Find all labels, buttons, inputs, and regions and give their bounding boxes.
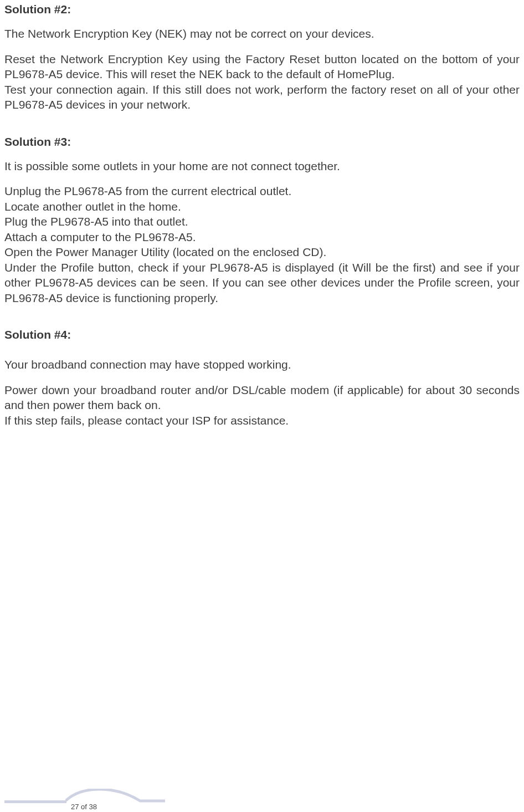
solution-2-p3: Test your connection again. If this stil…	[4, 82, 520, 113]
solution-4-p3: If this step fails, please contact your …	[4, 413, 520, 428]
footer-decor-line	[4, 800, 66, 803]
solution-3-heading: Solution #3:	[4, 113, 520, 150]
page-number: 27 of 38	[71, 803, 97, 811]
solution-3-step-3: Plug the PL9678-A5 into that outlet.	[4, 214, 520, 229]
document-page: Solution #2: The Network Encryption Key …	[0, 0, 524, 812]
solution-2-p2: Reset the Network Encryption Key using t…	[4, 42, 520, 82]
solution-3-intro: It is possible some outlets in your home…	[4, 150, 520, 174]
solution-4-p2: Power down your broadband router and/or …	[4, 372, 520, 413]
solution-3-step-1: Unplug the PL9678-A5 from the current el…	[4, 183, 520, 199]
solution-2-intro: The Network Encryption Key (NEK) may not…	[4, 17, 520, 42]
solution-3-step-5: Open the Power Manager Utility (located …	[4, 244, 520, 260]
solution-4-intro: Your broadband connection may have stopp…	[4, 343, 520, 372]
solution-3-step-4: Attach a computer to the PL9678-A5.	[4, 229, 520, 245]
solution-3-step-2: Locate another outlet in the home.	[4, 199, 520, 215]
solution-3-step-6: Under the Profile button, check if your …	[4, 260, 520, 306]
solution-2-heading: Solution #2:	[4, 0, 520, 17]
solution-4-heading: Solution #4:	[4, 305, 520, 343]
page-footer: 27 of 38	[0, 779, 524, 812]
solution-3-steps: Unplug the PL9678-A5 from the current el…	[4, 173, 520, 305]
